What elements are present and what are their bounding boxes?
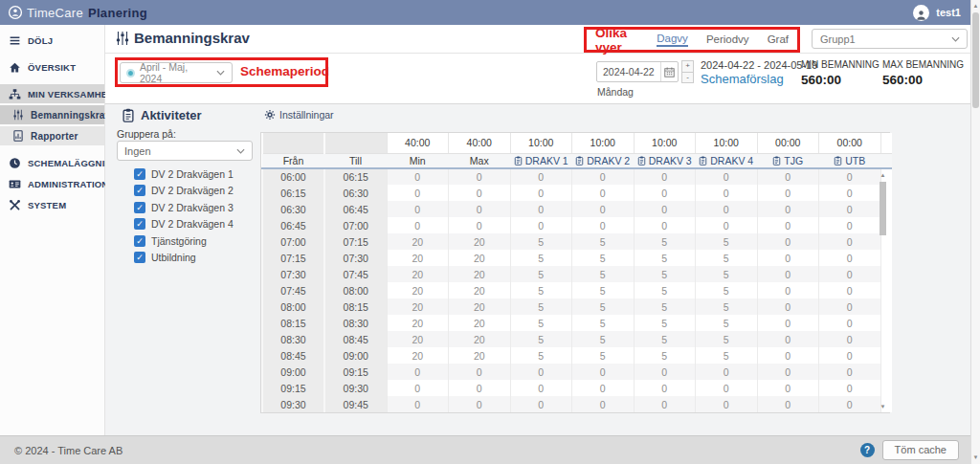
cell-value[interactable]: 20 (387, 298, 449, 315)
cell-value[interactable]: 0 (634, 201, 696, 217)
cell-value[interactable]: 5 (572, 233, 635, 250)
cell-value[interactable]: 20 (449, 315, 511, 331)
cell-value[interactable]: 20 (449, 233, 511, 250)
column-header-drakv-1[interactable]: DRAKV 1 (510, 153, 572, 168)
cell-value[interactable]: 5 (572, 266, 635, 282)
cell-value[interactable]: 0 (757, 250, 819, 266)
cell-value[interactable]: 0 (757, 168, 819, 185)
checkbox-checked-icon[interactable]: ✓ (134, 168, 145, 180)
cell-value[interactable]: 0 (634, 168, 696, 185)
cell-value[interactable]: 20 (387, 250, 449, 266)
schedule-proposal-link[interactable]: Schemaförslag (701, 72, 784, 86)
cell-value[interactable]: 0 (510, 217, 572, 233)
date-step-down-button[interactable]: - (681, 73, 694, 84)
cell-value[interactable]: 5 (634, 298, 696, 315)
cell-value[interactable]: 0 (819, 282, 881, 298)
cell-value[interactable]: 5 (510, 250, 572, 266)
checkbox-checked-icon[interactable]: ✓ (134, 185, 145, 196)
cell-value[interactable]: 0 (757, 396, 819, 412)
cell-value[interactable]: 0 (819, 217, 881, 233)
cell-value[interactable]: 0 (696, 201, 758, 217)
cell-value[interactable]: 0 (449, 201, 511, 217)
column-header-fr-n[interactable]: Från (262, 153, 324, 168)
cell-value[interactable]: 0 (572, 364, 635, 380)
sidebar-item-system[interactable]: SYSTEM (0, 195, 104, 214)
cell-value[interactable]: 0 (449, 396, 511, 412)
cell-value[interactable]: 0 (449, 380, 511, 396)
cell-value[interactable]: 0 (757, 331, 819, 347)
cell-value[interactable]: 20 (387, 347, 449, 364)
cell-value[interactable]: 5 (696, 233, 758, 250)
cell-value[interactable]: 0 (572, 201, 635, 217)
cell-value[interactable]: 0 (819, 331, 881, 347)
calendar-icon[interactable] (660, 62, 678, 81)
cell-value[interactable]: 0 (510, 185, 572, 201)
cell-value[interactable]: 0 (696, 380, 758, 396)
cell-value[interactable]: 5 (696, 266, 758, 282)
column-header-till[interactable]: Till (324, 153, 387, 168)
tab-graf[interactable]: Graf (768, 33, 789, 46)
cell-value[interactable]: 5 (510, 347, 572, 364)
cell-value[interactable]: 0 (757, 347, 819, 364)
cell-value[interactable]: 0 (757, 315, 819, 331)
cell-value[interactable]: 0 (757, 266, 819, 282)
cell-value[interactable]: 0 (572, 168, 635, 185)
tab-dagvy[interactable]: Dagvy (657, 33, 688, 47)
cell-value[interactable]: 0 (387, 396, 449, 412)
cell-value[interactable]: 5 (572, 282, 635, 298)
activity-item[interactable]: ✓Utbildning (134, 250, 234, 267)
page-scrollbar[interactable]: ▲ ▼ (970, 0, 980, 464)
cell-value[interactable]: 0 (819, 168, 881, 185)
cell-value[interactable]: 0 (696, 185, 758, 201)
cell-value[interactable]: 5 (696, 315, 758, 331)
cell-value[interactable]: 20 (449, 347, 511, 364)
avatar[interactable] (913, 5, 929, 21)
cell-value[interactable]: 5 (634, 233, 696, 250)
cell-value[interactable]: 20 (449, 266, 511, 282)
cell-value[interactable]: 20 (449, 331, 511, 347)
column-header-drakv-4[interactable]: DRAKV 4 (696, 153, 758, 168)
cell-value[interactable]: 5 (572, 250, 635, 266)
cell-value[interactable]: 0 (572, 380, 635, 396)
cell-value[interactable]: 0 (757, 217, 819, 233)
scroll-down-icon[interactable]: ▼ (971, 453, 980, 461)
cell-value[interactable]: 0 (757, 364, 819, 380)
cell-value[interactable]: 0 (510, 380, 572, 396)
cell-value[interactable]: 5 (572, 298, 635, 315)
date-input[interactable]: 2024-04-22 (596, 61, 679, 82)
cell-value[interactable]: 5 (696, 331, 758, 347)
cell-value[interactable]: 0 (757, 185, 819, 201)
cell-value[interactable]: 20 (387, 233, 449, 250)
cell-value[interactable]: 5 (572, 315, 635, 331)
cell-value[interactable]: 0 (696, 396, 758, 412)
cell-value[interactable]: 5 (634, 347, 696, 364)
cell-value[interactable]: 0 (449, 168, 511, 185)
cell-value[interactable]: 5 (634, 250, 696, 266)
cell-value[interactable]: 5 (510, 298, 572, 315)
cell-value[interactable]: 0 (387, 217, 449, 233)
table-scrollbar-thumb[interactable] (880, 182, 886, 235)
cell-value[interactable]: 20 (449, 298, 511, 315)
sidebar-item--versikt[interactable]: ÖVERSIKT (0, 57, 104, 77)
column-header-drakv-2[interactable]: DRAKV 2 (572, 153, 635, 168)
column-header-min[interactable]: Min (387, 153, 449, 168)
help-icon[interactable]: ? (860, 443, 875, 457)
cell-value[interactable]: 0 (757, 380, 819, 396)
cell-value[interactable]: 0 (757, 298, 819, 315)
table-scroll-down-icon[interactable]: ▼ (878, 403, 888, 410)
cell-value[interactable]: 0 (757, 201, 819, 217)
group-by-select[interactable]: Ingen (117, 141, 253, 161)
sidebar-item-administration[interactable]: ADMINISTRATION (0, 174, 104, 193)
cell-value[interactable]: 0 (819, 185, 881, 201)
cell-value[interactable]: 5 (572, 331, 635, 347)
cell-value[interactable]: 5 (696, 347, 758, 364)
cell-value[interactable]: 5 (696, 282, 758, 298)
cell-value[interactable]: 0 (696, 217, 758, 233)
column-header-tjg[interactable]: TJG (757, 153, 819, 168)
cell-value[interactable]: 5 (510, 315, 572, 331)
scroll-up-icon[interactable]: ▲ (971, 2, 980, 10)
checkbox-checked-icon[interactable]: ✓ (134, 235, 145, 247)
cell-value[interactable]: 5 (510, 266, 572, 282)
cell-value[interactable]: 0 (634, 396, 696, 412)
cell-value[interactable]: 20 (387, 282, 449, 298)
